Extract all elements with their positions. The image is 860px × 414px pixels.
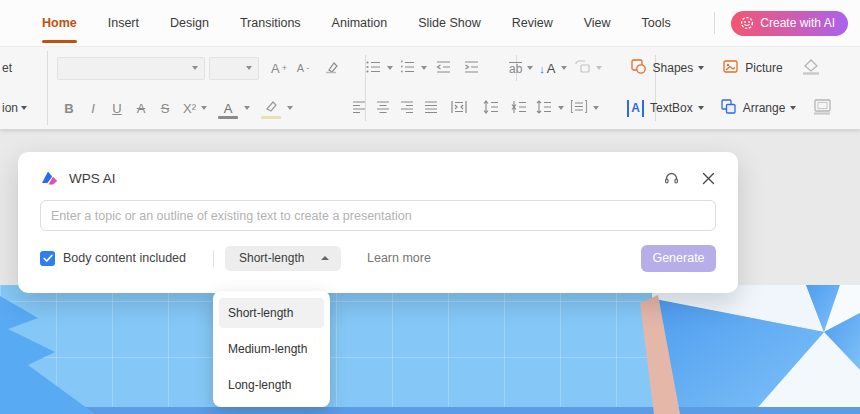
menu-item-medium-length[interactable]: Medium-length	[219, 334, 324, 364]
chevron-down-icon	[246, 66, 252, 70]
chevron-down-icon	[558, 106, 564, 110]
create-with-ai-label: Create with AI	[760, 16, 835, 30]
font-name-combo[interactable]	[57, 57, 205, 80]
italic-button[interactable]: I	[81, 95, 105, 121]
shapes-button[interactable]: Shapes	[630, 55, 705, 81]
fill-button[interactable]	[799, 55, 823, 81]
justify-button[interactable]	[419, 95, 443, 121]
highlight-color-icon	[263, 100, 279, 117]
textbox-icon: A	[627, 100, 644, 117]
chevron-up-icon	[321, 256, 329, 260]
chevron-down-icon	[698, 106, 704, 110]
body-content-checkbox[interactable]	[40, 251, 55, 266]
slide-layout-button[interactable]	[810, 95, 834, 121]
tab-slide-show[interactable]: Slide Show	[418, 0, 481, 46]
chevron-down-icon	[790, 106, 796, 110]
tab-home[interactable]: Home	[42, 0, 77, 46]
body-content-label[interactable]: Body content included	[63, 251, 186, 265]
align-right-button[interactable]	[395, 95, 419, 121]
smiley-icon	[740, 16, 754, 30]
chevron-down-icon	[596, 66, 602, 70]
decrease-font-button[interactable]: A-	[291, 55, 315, 81]
numbered-list-icon	[399, 59, 416, 78]
menubar-divider	[714, 12, 715, 34]
paragraph-layout-button[interactable]	[570, 95, 599, 121]
slide-decoration	[0, 285, 860, 414]
chevron-down-icon[interactable]	[244, 106, 250, 110]
numbered-list-button[interactable]	[399, 55, 427, 81]
slide-icon	[812, 99, 832, 118]
align-center-button[interactable]	[371, 95, 395, 121]
line-spacing-icon	[535, 100, 553, 117]
line-spacing-decrease-button[interactable]	[507, 95, 531, 121]
length-dropdown-menu: Short-length Medium-length Long-length	[213, 291, 330, 407]
fill-icon	[801, 58, 821, 78]
close-icon[interactable]	[701, 171, 716, 186]
convert-smartart-icon	[573, 59, 591, 78]
menu-bar: Home Insert Design Transitions Animation…	[0, 0, 860, 46]
character-direction-button[interactable]: ab	[509, 55, 533, 81]
learn-more-link[interactable]: Learn more	[367, 251, 431, 265]
menu-item-short-length[interactable]: Short-length	[219, 298, 324, 328]
menu-item-long-length[interactable]: Long-length	[219, 370, 324, 400]
length-dropdown-button[interactable]: Short-length	[225, 246, 341, 271]
justify-icon	[423, 100, 439, 117]
clear-format-button[interactable]	[319, 55, 343, 81]
align-right-icon	[399, 100, 415, 117]
picture-button[interactable]: Picture	[722, 55, 782, 81]
convert-smartart-button[interactable]	[573, 55, 602, 81]
increase-indent-button[interactable]	[459, 55, 483, 81]
row-divider	[213, 250, 214, 267]
tab-design[interactable]: Design	[170, 0, 209, 46]
tab-transitions[interactable]: Transitions	[240, 0, 301, 46]
line-spacing-button[interactable]	[535, 95, 564, 121]
chevron-down-icon	[527, 66, 533, 70]
increase-font-button[interactable]: A+	[267, 55, 291, 81]
tab-insert[interactable]: Insert	[108, 0, 139, 46]
arrange-icon	[720, 98, 737, 118]
highlight-color-swatch	[261, 116, 281, 120]
paragraph-layout-icon	[570, 99, 588, 117]
eraser-icon	[323, 59, 339, 78]
truncated-reset-label[interactable]: et	[0, 48, 47, 88]
textbox-button[interactable]: A TextBox	[627, 95, 704, 121]
feedback-headset-icon[interactable]	[663, 170, 680, 187]
highlight-color-button[interactable]	[258, 95, 284, 121]
dialog-title: WPS AI	[69, 171, 116, 186]
text-direction-icon	[539, 61, 545, 76]
bullet-list-button[interactable]	[365, 55, 393, 81]
distribute-button[interactable]	[447, 95, 471, 121]
chevron-down-icon[interactable]	[287, 106, 293, 110]
superscript-button[interactable]: X²	[183, 95, 207, 121]
text-direction-button[interactable]: A	[539, 55, 566, 81]
tab-tools[interactable]: Tools	[642, 0, 671, 46]
line-spacing-decrease-icon	[510, 100, 528, 117]
tab-review[interactable]: Review	[512, 0, 553, 46]
tab-view[interactable]: View	[584, 0, 611, 46]
topic-input[interactable]	[40, 200, 716, 231]
decrease-indent-button[interactable]	[431, 55, 455, 81]
strikethrough-button[interactable]: S	[153, 95, 177, 121]
truncated-section-button[interactable]: ion	[0, 88, 47, 128]
slide-canvas[interactable]	[0, 285, 860, 414]
line-spacing-increase-button[interactable]	[479, 95, 503, 121]
ribbon-toolbar: et A+ A- ab	[0, 46, 860, 129]
generate-button[interactable]: Generate	[641, 245, 716, 272]
tab-animation[interactable]: Animation	[332, 0, 388, 46]
align-left-button[interactable]	[347, 95, 371, 121]
underline-button[interactable]: U	[105, 95, 129, 121]
distribute-icon	[450, 100, 468, 117]
increase-indent-icon	[463, 59, 480, 78]
font-size-combo[interactable]	[209, 57, 259, 80]
create-with-ai-button[interactable]: Create with AI	[731, 11, 848, 36]
chevron-down-icon	[561, 66, 567, 70]
chevron-down-icon	[421, 66, 427, 70]
align-left-icon	[351, 100, 367, 117]
chevron-down-icon	[21, 106, 27, 110]
character-effect-button[interactable]: A	[129, 95, 153, 121]
wps-ai-dialog: WPS AI Body content included Short-lengt…	[18, 152, 738, 293]
font-color-button[interactable]: A	[215, 95, 241, 121]
bold-button[interactable]: B	[57, 95, 81, 121]
arrange-button[interactable]: Arrange	[720, 95, 797, 121]
chevron-down-icon	[698, 66, 704, 70]
